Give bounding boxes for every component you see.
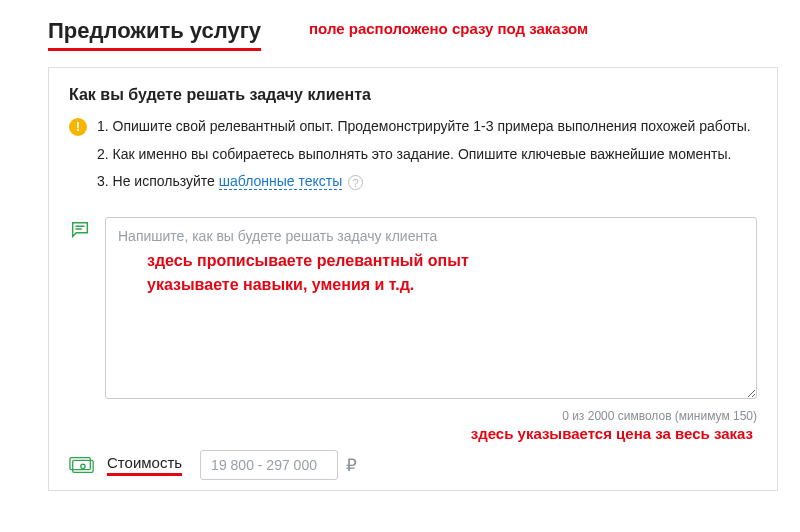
card-heading: Как вы будете решать задачу клиента [69,86,757,104]
annotation-position: поле расположено сразу под заказом [309,20,588,37]
money-icon [69,456,95,474]
rule-item-1: Опишите свой релевантный опыт. Продемонс… [97,116,751,138]
solution-textarea[interactable] [105,217,757,399]
char-counter: 0 из 2000 символов (минимум 150) [69,409,757,423]
rule-item-2: Как именно вы собираетесь выполнять это … [97,144,751,166]
svg-point-2 [81,464,85,468]
rules-list: Опишите свой релевантный опыт. Продемонс… [97,116,751,199]
rule-item-3: Не используйте шаблонные тексты ? [97,171,751,193]
annotation-price: здесь указывается цена за весь заказ [69,425,753,442]
currency-symbol: ₽ [346,455,357,476]
page-title: Предложить услугу [48,18,261,51]
cost-label: Стоимость [107,454,182,476]
warning-icon: ! [69,118,87,136]
help-icon[interactable]: ? [348,175,363,190]
chat-icon [69,219,91,241]
offer-card: Как вы будете решать задачу клиента ! Оп… [48,67,778,491]
rule-3-prefix: Не используйте [113,173,219,189]
price-input[interactable] [200,450,338,480]
template-texts-link[interactable]: шаблонные тексты [219,173,343,190]
